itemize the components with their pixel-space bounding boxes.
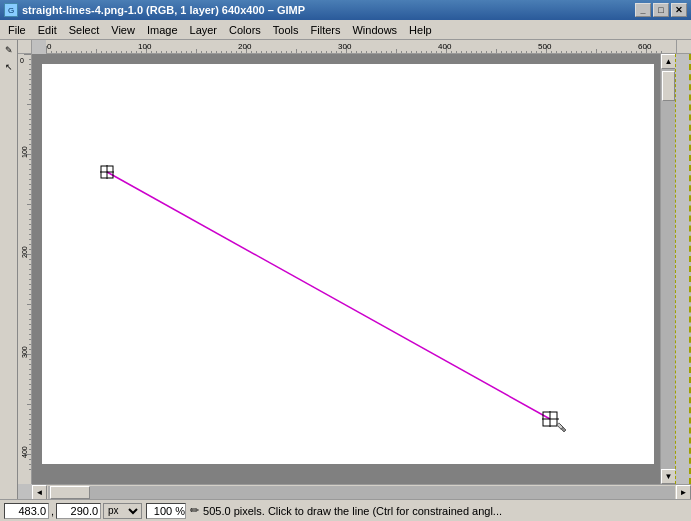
menu-file[interactable]: File — [2, 20, 32, 39]
canvas-wrapper[interactable] — [32, 54, 660, 484]
svg-rect-8 — [557, 423, 563, 429]
ruler-left-canvas — [18, 54, 32, 474]
v-scroll-thumb[interactable] — [662, 71, 675, 101]
zoom-area — [146, 503, 186, 519]
pencil-icon: ✏ — [190, 504, 199, 517]
h-scroll-thumb[interactable] — [50, 486, 90, 499]
left-toolbar: ✎ ↖ — [0, 40, 18, 499]
scroll-down-button[interactable]: ▼ — [661, 469, 676, 484]
end-crosshair — [542, 411, 566, 432]
menu-filters[interactable]: Filters — [305, 20, 347, 39]
unit-select[interactable]: px in mm — [103, 503, 142, 519]
scroll-left-button[interactable]: ◄ — [32, 485, 47, 500]
title-bar: G straight-lines-4.png-1.0 (RGB, 1 layer… — [0, 0, 691, 20]
canvas-area: ▲ ▼ ◄ ► — [18, 40, 691, 499]
menu-layer[interactable]: Layer — [184, 20, 224, 39]
menu-bar: File Edit Select View Image Layer Colors… — [0, 20, 691, 40]
menu-colors[interactable]: Colors — [223, 20, 267, 39]
menu-windows[interactable]: Windows — [346, 20, 403, 39]
dashed-right-border — [677, 54, 691, 484]
status-text: 505.0 pixels. Click to draw the line (Ct… — [203, 505, 687, 517]
scroll-right-button[interactable]: ► — [676, 485, 691, 500]
canvas-row: ▲ ▼ — [18, 54, 691, 484]
x-coord-input[interactable] — [4, 503, 49, 519]
menu-help[interactable]: Help — [403, 20, 438, 39]
right-panel — [675, 54, 691, 484]
app-icon: G — [4, 3, 18, 17]
line-svg — [42, 64, 654, 464]
title-bar-buttons: _ □ ✕ — [635, 3, 687, 17]
menu-image[interactable]: Image — [141, 20, 184, 39]
title-bar-left: G straight-lines-4.png-1.0 (RGB, 1 layer… — [4, 3, 305, 17]
bottom-scroll-area: ◄ ► — [32, 484, 691, 499]
ruler-corner — [18, 40, 32, 54]
comma-separator: , — [51, 505, 54, 517]
y-coord-input[interactable] — [56, 503, 101, 519]
scroll-up-button[interactable]: ▲ — [661, 54, 676, 69]
h-scroll-track[interactable] — [48, 486, 675, 499]
menu-edit[interactable]: Edit — [32, 20, 63, 39]
menu-select[interactable]: Select — [63, 20, 106, 39]
top-ruler-row — [18, 40, 691, 54]
drawing-canvas[interactable] — [42, 64, 654, 464]
zoom-input[interactable] — [146, 503, 186, 519]
coordinates: , px in mm — [4, 503, 142, 519]
ruler-top-right — [676, 40, 691, 54]
close-button[interactable]: ✕ — [671, 3, 687, 17]
maximize-button[interactable]: □ — [653, 3, 669, 17]
right-scrollbar: ▲ ▼ — [660, 54, 675, 484]
ruler-left — [18, 54, 32, 484]
minimize-button[interactable]: _ — [635, 3, 651, 17]
status-bar: , px in mm ✏ 505.0 pixels. Click to draw… — [0, 499, 691, 521]
start-crosshair — [100, 165, 114, 179]
ruler-top — [46, 40, 676, 54]
menu-view[interactable]: View — [105, 20, 141, 39]
tool-arrow[interactable]: ↖ — [1, 59, 17, 75]
window-title: straight-lines-4.png-1.0 (RGB, 1 layer) … — [22, 4, 305, 16]
ruler-top-canvas — [46, 40, 666, 54]
menu-tools[interactable]: Tools — [267, 20, 305, 39]
v-scroll-track[interactable] — [661, 69, 675, 469]
h-scrollbar: ◄ ► — [32, 484, 691, 499]
svg-line-0 — [107, 172, 550, 419]
main-area: ✎ ↖ — [0, 40, 691, 499]
tool-pencil[interactable]: ✎ — [1, 42, 17, 58]
